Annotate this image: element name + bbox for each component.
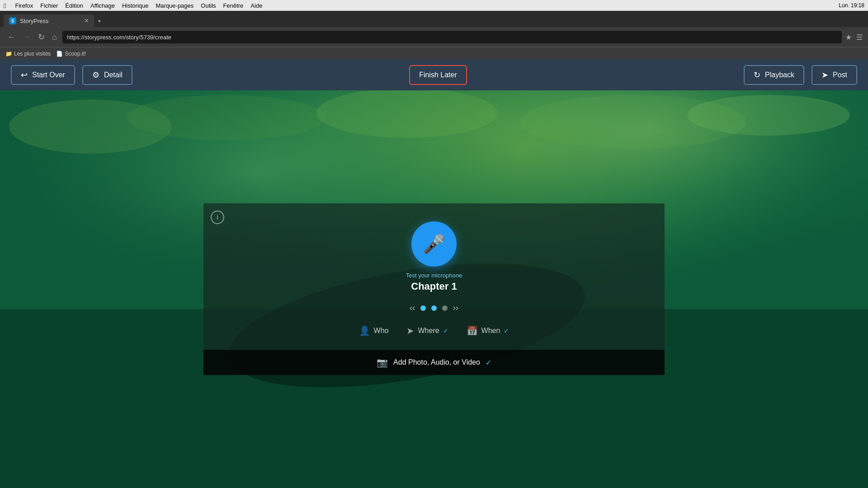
camera-icon: 📷 (377, 357, 388, 368)
add-media-button[interactable]: Add Photo, Audio, or Video (393, 358, 480, 366)
bookmark-most-visited[interactable]: 📁 Les plus visités (5, 51, 51, 57)
where-label: Where (418, 327, 439, 335)
gear-icon: ⚙ (92, 70, 99, 80)
reader-icon[interactable]: ☰ (856, 33, 863, 42)
app-toolbar: ↩ Start Over ⚙ Detail Finish Later ↻ Pla… (0, 60, 868, 90)
bookmark-icon[interactable]: ★ (845, 33, 852, 42)
playback-icon: ↻ (754, 70, 760, 80)
person-icon: 👤 (359, 325, 370, 336)
apple-logo:  (4, 2, 6, 9)
who-label: Who (374, 327, 389, 335)
start-over-icon: ↩ (21, 70, 28, 80)
card-main: i 🎤 Test your microphone Chapter 1 ‹‹ ›› (203, 203, 665, 350)
menu-bar:  Firefox Fichier Édition Affichage Hist… (0, 0, 868, 11)
address-bar: ← → ↻ ⌂ ★ ☰ (0, 27, 868, 47)
location-icon: ➤ (406, 325, 414, 336)
menu-firefox[interactable]: Firefox (15, 2, 33, 9)
tab-bar: S StoryPress × + (0, 11, 868, 27)
bookmark-scoopit[interactable]: 📄 Scoop.it! (56, 51, 86, 57)
who-item[interactable]: 👤 Who (359, 325, 389, 336)
prev-arrow[interactable]: ‹‹ (410, 303, 415, 313)
media-check-icon: ✓ (486, 358, 491, 367)
finish-later-button[interactable]: Finish Later (409, 65, 467, 85)
media-bar: 📷 Add Photo, Audio, or Video ✓ (203, 350, 665, 375)
info-icon[interactable]: i (211, 211, 224, 224)
start-over-button[interactable]: ↩ Start Over (11, 65, 75, 85)
nav-dots: ‹‹ ›› (410, 303, 458, 313)
tab-title: StoryPress (20, 18, 49, 24)
back-button[interactable]: ← (5, 31, 17, 44)
menu-historique[interactable]: Historique (122, 2, 149, 9)
when-item[interactable]: 📅 When ✓ (467, 325, 509, 336)
forward-button[interactable]: → (21, 31, 33, 44)
menu-edition[interactable]: Édition (65, 2, 83, 9)
when-label: When (481, 327, 500, 335)
story-card: i 🎤 Test your microphone Chapter 1 ‹‹ ›› (203, 203, 665, 375)
address-right-icons: ★ ☰ (845, 33, 863, 42)
menu-bar-right: Lun. 19:18 (839, 2, 864, 9)
new-tab-button[interactable]: + (94, 14, 110, 27)
dot-1[interactable] (420, 305, 426, 311)
menu-marquepages[interactable]: Marque-pages (156, 2, 193, 9)
chapter-title: Chapter 1 (411, 281, 457, 292)
bookmarks-bar: 📁 Les plus visités 📄 Scoop.it! (0, 47, 868, 60)
tab-favicon: S (9, 17, 16, 24)
dot-2[interactable] (431, 305, 437, 311)
url-input[interactable] (62, 31, 842, 43)
calendar-icon: 📅 (467, 325, 478, 336)
active-tab[interactable]: S StoryPress × (4, 14, 94, 27)
menu-affichage[interactable]: Affichage (90, 2, 115, 9)
post-icon: ➤ (821, 70, 828, 80)
main-content: i 🎤 Test your microphone Chapter 1 ‹‹ ›› (0, 90, 868, 488)
metadata-row: 👤 Who ➤ Where ✓ 📅 When ✓ (359, 325, 509, 336)
time-display: Lun. 19:18 (839, 2, 864, 9)
home-button[interactable]: ⌂ (50, 31, 59, 44)
menu-fenetre[interactable]: Fenêtre (223, 2, 244, 9)
reload-button[interactable]: ↻ (36, 30, 47, 44)
when-check-icon: ✓ (504, 327, 509, 334)
where-item[interactable]: ➤ Where ✓ (406, 325, 448, 336)
detail-button[interactable]: ⚙ Detail (82, 65, 132, 85)
browser-chrome: S StoryPress × + ← → ↻ ⌂ ★ ☰ 📁 Les plus … (0, 11, 868, 60)
menu-aide[interactable]: Aide (250, 2, 262, 9)
menu-fichier[interactable]: Fichier (40, 2, 58, 9)
test-mic-text: Test your microphone (406, 272, 462, 279)
next-arrow[interactable]: ›› (453, 303, 458, 313)
tab-close-button[interactable]: × (85, 17, 89, 25)
post-button[interactable]: ➤ Post (811, 65, 857, 85)
microphone-icon: 🎤 (423, 234, 445, 255)
menu-outils[interactable]: Outils (201, 2, 216, 9)
mic-button[interactable]: 🎤 (411, 221, 457, 267)
bookmark-folder-icon: 📁 (5, 51, 12, 57)
bookmark-page-icon: 📄 (56, 51, 63, 57)
playback-button[interactable]: ↻ Playback (744, 65, 804, 85)
where-check-icon: ✓ (443, 327, 448, 334)
dot-3[interactable] (442, 305, 448, 311)
